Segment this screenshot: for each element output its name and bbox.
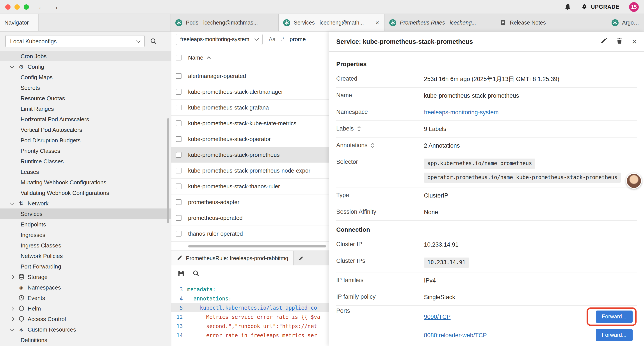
row-checkbox[interactable]: [176, 105, 182, 110]
sidebar-item-port-forwarding[interactable]: Port Forwarding: [0, 261, 171, 272]
select-all-checkbox[interactable]: [176, 55, 182, 60]
table-row[interactable]: thanos-ruler-operated: [172, 226, 329, 242]
row-checkbox[interactable]: [176, 89, 182, 95]
service-name: kube-prometheus-stack-operator: [188, 136, 271, 142]
row-checkbox[interactable]: [176, 120, 182, 126]
dock-tab-partial[interactable]: [294, 251, 308, 265]
notification-count-badge[interactable]: 15: [629, 2, 639, 11]
table-row[interactable]: kube-prometheus-stack-operator: [172, 131, 329, 147]
save-icon[interactable]: [178, 270, 184, 277]
table-row[interactable]: kube-prometheus-stack-prometheus-node-ex…: [172, 163, 329, 179]
chevron-down-icon[interactable]: [9, 202, 15, 205]
zoom-window-button[interactable]: [24, 4, 29, 9]
table-row[interactable]: alertmanager-operated: [172, 68, 329, 84]
sidebar-item-label: Port Forwarding: [20, 263, 61, 270]
table-row[interactable]: kube-prometheus-stack-thanos-ruler: [172, 179, 329, 194]
sidebar-item-access-control[interactable]: Access Control: [0, 314, 171, 324]
sidebar-item-config[interactable]: ⚙ Config: [0, 61, 171, 72]
sidebar-item-definitions[interactable]: Definitions: [0, 335, 171, 345]
table-row[interactable]: prometheus-operated: [172, 210, 329, 226]
sidebar-item-limit-ranges[interactable]: Limit Ranges: [0, 103, 171, 114]
row-checkbox[interactable]: [176, 152, 182, 158]
sidebar-search-icon[interactable]: [150, 38, 157, 45]
row-checkbox[interactable]: [176, 184, 182, 189]
table-row-selected[interactable]: kube-prometheus-stack-prometheus: [172, 147, 329, 163]
editor-search-icon[interactable]: [192, 270, 200, 277]
tab-argo[interactable]: Argo Se: [607, 14, 644, 31]
namespace-select[interactable]: freeleaps-monitoring-system: [176, 33, 262, 45]
port-link-8080[interactable]: 8080:reloader-web/TCP: [424, 332, 487, 338]
row-checkbox[interactable]: [176, 73, 182, 79]
chevron-down-icon[interactable]: [9, 65, 15, 68]
chevron-right-icon[interactable]: [9, 317, 15, 320]
tab-release-notes[interactable]: Release Notes: [496, 14, 607, 31]
regex-toggle[interactable]: .*: [281, 36, 284, 42]
sidebar-item-namespaces[interactable]: ◈ Namespaces: [0, 282, 171, 293]
sidebar-item-validating-webhook-configurations[interactable]: Validating Webhook Configurations: [0, 187, 171, 198]
sidebar-item-horizontal-pod-autoscalers[interactable]: Horizontal Pod Autoscalers: [0, 114, 171, 124]
sidebar-item-endpoints[interactable]: Endpoints: [0, 219, 171, 230]
minimize-window-button[interactable]: [14, 4, 20, 9]
sidebar-item-resource-quotas[interactable]: Resource Quotas: [0, 93, 171, 103]
forward-button[interactable]: Forward...: [596, 311, 632, 323]
match-case-toggle[interactable]: Aa: [269, 36, 276, 42]
sidebar-item-ingresses[interactable]: Ingresses: [0, 230, 171, 240]
chevron-right-icon[interactable]: [9, 275, 15, 278]
tab-prometheus-rules[interactable]: Prometheus Rules - icecheng...: [385, 14, 496, 31]
namespace-link[interactable]: freeleaps-monitoring-system: [424, 109, 499, 116]
tab-label: Pods - icecheng@mathmas...: [186, 19, 258, 26]
sidebar-item-ingress-classes[interactable]: Ingress Classes: [0, 240, 171, 251]
expand-sort-icon[interactable]: [371, 142, 375, 148]
horizontal-scrollbar[interactable]: [188, 245, 326, 248]
sidebar-item-config-maps[interactable]: Config Maps: [0, 72, 171, 82]
back-button[interactable]: ←: [38, 3, 45, 11]
sidebar-item-events[interactable]: Events: [0, 293, 171, 303]
table-row[interactable]: kube-prometheus-stack-grafana: [172, 100, 329, 116]
table-row[interactable]: kube-prometheus-stack-alertmanager: [172, 84, 329, 100]
delete-trash-icon[interactable]: [616, 37, 623, 46]
sidebar-item-network[interactable]: ⇅ Network: [0, 198, 171, 209]
sidebar-item-services[interactable]: Services: [0, 209, 171, 219]
sidebar-item-priority-classes[interactable]: Priority Classes: [0, 145, 171, 156]
sidebar-item-network-policies[interactable]: Network Policies: [0, 251, 171, 261]
expand-sort-icon[interactable]: [357, 125, 361, 132]
notifications-bell-icon[interactable]: [564, 3, 571, 10]
chevron-right-icon[interactable]: [9, 307, 15, 310]
edit-pencil-icon[interactable]: [600, 37, 608, 46]
row-checkbox[interactable]: [176, 231, 182, 237]
list-search-input[interactable]: Aa .* prome: [269, 36, 306, 42]
tab-services[interactable]: Services - icecheng@math... ×: [279, 14, 385, 31]
dock-tab-prometheusrule[interactable]: PrometheusRule: freeleaps-prod-rabbitmq: [172, 251, 294, 265]
forward-button[interactable]: →: [52, 3, 59, 11]
row-checkbox[interactable]: [176, 136, 182, 142]
chevron-down-icon[interactable]: [9, 328, 15, 331]
tab-close-icon[interactable]: ×: [374, 19, 380, 26]
user-avatar[interactable]: [626, 173, 642, 189]
table-row[interactable]: kube-prometheus-stack-kube-state-metrics: [172, 116, 329, 131]
close-icon[interactable]: ×: [632, 37, 637, 46]
sidebar-item-vertical-pod-autoscalers[interactable]: Vertical Pod Autoscalers: [0, 124, 171, 135]
sidebar-item-custom-resources[interactable]: ∗ Custom Resources: [0, 324, 171, 335]
row-checkbox[interactable]: [176, 215, 182, 221]
sidebar-item-secrets[interactable]: Secrets: [0, 82, 171, 93]
sidebar-item-runtime-classes[interactable]: Runtime Classes: [0, 156, 171, 166]
table-row[interactable]: prometheus-adapter: [172, 194, 329, 210]
sidebar-item-storage[interactable]: Storage: [0, 272, 171, 282]
sidebar-item-mutating-webhook-configurations[interactable]: Mutating Webhook Configurations: [0, 177, 171, 187]
sidebar-item-pod-disruption-budgets[interactable]: Pod Disruption Budgets: [0, 135, 171, 145]
forward-button[interactable]: Forward...: [596, 329, 632, 341]
sidebar-item-cron-jobs[interactable]: Cron Jobs: [0, 51, 171, 61]
kubeconfig-select[interactable]: Local Kubeconfigs: [5, 35, 145, 47]
sidebar-scrollbar[interactable]: [167, 118, 169, 223]
port-link-9090[interactable]: 9090/TCP: [424, 313, 451, 320]
sidebar-item-helm[interactable]: Helm: [0, 303, 171, 314]
yaml-editor[interactable]: 3metadata: 4 annotations: 5 kubectl.kube…: [172, 281, 329, 346]
tab-pods[interactable]: Pods - icecheng@mathmas...: [171, 14, 279, 31]
column-header-name[interactable]: Name: [188, 54, 211, 61]
property-label: Ports: [336, 308, 424, 314]
row-checkbox[interactable]: [176, 199, 182, 205]
close-window-button[interactable]: [5, 4, 10, 9]
sidebar-item-leases[interactable]: Leases: [0, 166, 171, 177]
row-checkbox[interactable]: [176, 168, 182, 173]
upgrade-button[interactable]: UPGRADE: [581, 3, 620, 10]
